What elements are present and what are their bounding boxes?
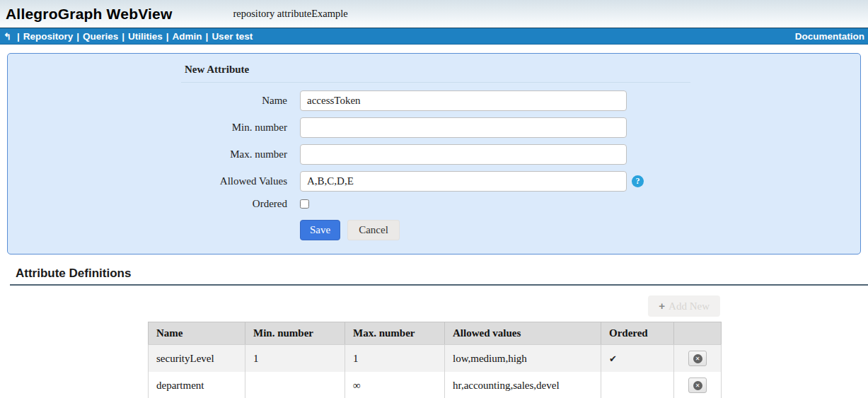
col-header-min: Min. number — [245, 322, 345, 345]
col-header-name: Name — [149, 322, 245, 345]
delete-icon: ✕ — [693, 354, 702, 363]
cell-ordered: ✔ — [601, 345, 674, 373]
new-attribute-panel: New Attribute Name Min. number Max. numb… — [7, 53, 861, 254]
name-label: Name — [8, 95, 287, 107]
attribute-definitions-table: Name Min. number Max. number Allowed val… — [148, 322, 722, 398]
ordered-label: Ordered — [8, 198, 287, 210]
nav-separator: | — [76, 31, 79, 42]
nav-separator: | — [17, 31, 20, 42]
col-header-actions — [674, 322, 722, 345]
nav-item-admin[interactable]: Admin — [173, 31, 202, 42]
cell-actions: ✕ — [674, 345, 722, 373]
col-header-ordered: Ordered — [601, 322, 674, 345]
cell-name: securityLevel — [149, 345, 245, 373]
delete-attribute-button[interactable]: ✕ — [688, 351, 707, 366]
min-number-label: Min. number — [8, 122, 287, 134]
form-row-name: Name — [8, 90, 860, 111]
col-header-max: Max. number — [345, 322, 445, 345]
form-buttons: Save Cancel — [300, 220, 860, 240]
add-new-label: Add New — [669, 300, 710, 312]
ordered-checkbox[interactable] — [300, 199, 309, 209]
app-title: AllegroGraph WebView — [6, 6, 172, 23]
cell-max: ∞ — [345, 372, 445, 398]
nav-item-user[interactable]: User test — [212, 31, 253, 42]
cell-ordered — [601, 372, 674, 398]
help-icon[interactable]: ? — [632, 175, 644, 187]
col-header-allowed: Allowed values — [445, 322, 601, 345]
nav-item-utilities[interactable]: Utilities — [128, 31, 163, 42]
delete-icon: ✕ — [693, 381, 702, 390]
form-row-allowed: Allowed Values ? — [8, 171, 860, 192]
nav-link-documentation[interactable]: Documentation — [795, 31, 864, 42]
form-row-min: Min. number — [8, 117, 860, 138]
cell-min: 1 — [245, 345, 345, 373]
form-row-ordered: Ordered — [8, 198, 860, 210]
table-header-row: Name Min. number Max. number Allowed val… — [149, 322, 722, 345]
table-row: department ∞ hr,accounting,sales,devel ✕ — [149, 372, 722, 398]
attribute-definitions-heading: Attribute Definitions — [16, 267, 868, 281]
max-number-input[interactable] — [300, 144, 627, 165]
nav-separator: | — [206, 31, 209, 42]
nav-separator: | — [122, 31, 125, 42]
nav-separator: | — [166, 31, 169, 42]
add-new-button[interactable]: +Add New — [648, 295, 720, 317]
plus-icon: + — [659, 300, 665, 312]
cell-actions: ✕ — [674, 372, 722, 398]
nav-item-queries[interactable]: Queries — [83, 31, 118, 42]
back-arrow-icon[interactable]: ↰ — [4, 31, 11, 42]
table-row: securityLevel 1 1 low,medium,high ✔ ✕ — [149, 345, 722, 373]
max-number-label: Max. number — [8, 148, 287, 160]
cell-allowed: hr,accounting,sales,devel — [445, 372, 601, 398]
cell-min — [245, 372, 345, 398]
form-row-max: Max. number — [8, 144, 860, 165]
allowed-values-input[interactable] — [300, 171, 627, 192]
save-button[interactable]: Save — [300, 220, 340, 240]
cell-max: 1 — [345, 345, 445, 373]
cell-name: department — [149, 372, 245, 398]
nav-item-repository[interactable]: Repository — [23, 31, 74, 42]
app-header: AllegroGraph WebView repository attribut… — [0, 0, 868, 28]
repository-label: repository attributeExample — [233, 8, 347, 20]
panel-title: New Attribute — [185, 64, 860, 76]
section-divider — [10, 284, 868, 286]
name-input[interactable] — [300, 90, 627, 111]
allowed-values-label: Allowed Values — [8, 175, 287, 187]
main-navbar: ↰ | Repository | Queries | Utilities | A… — [0, 28, 868, 45]
panel-divider — [181, 82, 690, 83]
min-number-input[interactable] — [300, 117, 627, 138]
cell-allowed: low,medium,high — [445, 345, 601, 373]
delete-attribute-button[interactable]: ✕ — [688, 377, 707, 393]
cancel-button[interactable]: Cancel — [347, 220, 400, 240]
add-new-wrap: +Add New — [0, 295, 720, 317]
